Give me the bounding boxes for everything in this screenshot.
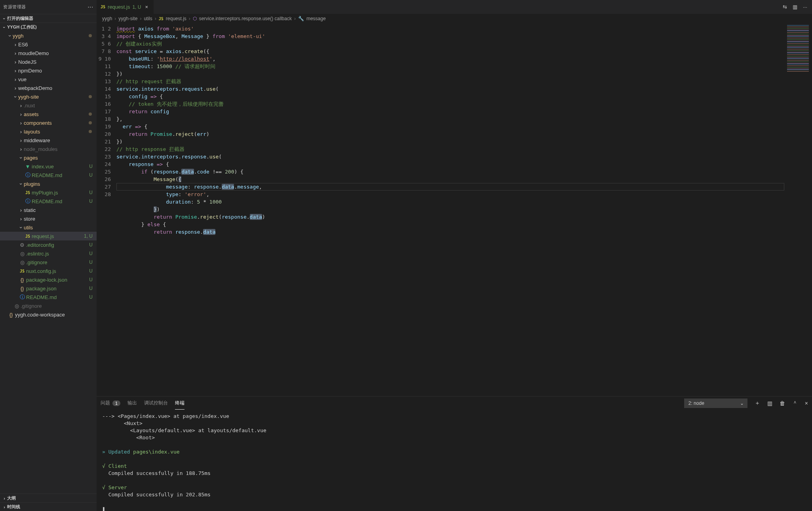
terminal-body[interactable]: ---> <Pages/index.vue> at pages/index.vu… bbox=[97, 410, 812, 511]
js-icon: JS bbox=[159, 17, 164, 21]
folder-components[interactable]: components bbox=[0, 118, 97, 127]
tab-problems[interactable]: 问题1 bbox=[101, 397, 120, 410]
explorer-sidebar: 资源管理器 ··· 打开的编辑器 YYGH (工作区) yygh ES6 mou… bbox=[0, 0, 97, 511]
folder-nuxt[interactable]: .nuxt bbox=[0, 101, 97, 110]
folder-middleware[interactable]: middleware bbox=[0, 136, 97, 145]
code-editor[interactable]: 1 2 3 4 5 6 7 8 9 10 11 12 13 14 15 16 1… bbox=[97, 23, 812, 396]
folder-yygh[interactable]: yygh bbox=[0, 31, 97, 40]
sidebar-title: 资源管理器 bbox=[3, 4, 26, 10]
maximize-panel-icon[interactable]: ＾ bbox=[792, 400, 798, 407]
info-icon: ⓘ bbox=[24, 172, 32, 179]
chevron-right-icon bbox=[2, 505, 7, 509]
file-eslintrc[interactable]: ◎.eslintrc.jsU bbox=[0, 249, 97, 258]
file-index-vue[interactable]: ▼index.vueU bbox=[0, 162, 97, 171]
git-status: U bbox=[82, 268, 93, 274]
js-icon: JS bbox=[24, 234, 32, 238]
code-content[interactable]: import axios from 'axios' import { Messa… bbox=[116, 23, 784, 396]
chevron-right-icon bbox=[18, 207, 24, 213]
folder-npmDemo[interactable]: npmDemo bbox=[0, 66, 97, 75]
timeline-section[interactable]: 时间线 bbox=[0, 502, 97, 511]
git-status: U bbox=[82, 190, 93, 195]
chevron-right-icon bbox=[13, 50, 18, 56]
file-editorconfig[interactable]: ⚙.editorconfigU bbox=[0, 240, 97, 249]
info-icon: ⓘ bbox=[24, 198, 32, 205]
folder-moudleDemo[interactable]: moudleDemo bbox=[0, 49, 97, 57]
git-status: U bbox=[82, 172, 93, 178]
file-workspace[interactable]: {}yygh.code-workspace bbox=[0, 310, 97, 319]
status-dot-icon bbox=[89, 112, 92, 116]
outline-section[interactable]: 大纲 bbox=[0, 494, 97, 502]
chevron-right-icon bbox=[2, 496, 7, 501]
crumb-utils[interactable]: utils bbox=[144, 16, 152, 21]
tab-output[interactable]: 输出 bbox=[127, 397, 137, 410]
file-myplugin-js[interactable]: JSmyPlugin.jsU bbox=[0, 188, 97, 197]
folder-pages[interactable]: pages bbox=[0, 153, 97, 162]
config-icon: ⚙ bbox=[18, 242, 26, 248]
file-readme-plugins[interactable]: ⓘREADME.mdU bbox=[0, 197, 97, 206]
file-readme-root[interactable]: ⓘREADME.mdU bbox=[0, 293, 97, 301]
kill-terminal-icon[interactable]: 🗑 bbox=[780, 400, 785, 406]
file-package-lock[interactable]: {}package-lock.jsonU bbox=[0, 275, 97, 284]
sidebar-header: 资源管理器 ··· bbox=[0, 0, 97, 14]
folder-yygh-site[interactable]: yygh-site bbox=[0, 92, 97, 101]
sidebar-more-icon[interactable]: ··· bbox=[87, 4, 93, 11]
close-tab-icon[interactable]: × bbox=[143, 4, 150, 10]
folder-plugins[interactable]: plugins bbox=[0, 179, 97, 188]
tab-label: request.js bbox=[108, 4, 130, 10]
file-tree: yygh ES6 moudleDemo NodeJS npmDemo vue w… bbox=[0, 31, 97, 494]
file-request-js[interactable]: JSrequest.js1, U bbox=[0, 232, 97, 240]
open-editors-label: 打开的编辑器 bbox=[7, 15, 33, 21]
folder-utils[interactable]: utils bbox=[0, 223, 97, 232]
tab-git-suffix: 1, U bbox=[132, 4, 141, 10]
js-icon: JS bbox=[24, 191, 32, 195]
tab-request-js[interactable]: JS request.js 1, U × bbox=[97, 0, 154, 14]
chevron-right-icon bbox=[18, 111, 24, 117]
more-actions-icon[interactable]: ··· bbox=[803, 4, 807, 10]
file-readme-pages[interactable]: ⓘREADME.mdU bbox=[0, 171, 97, 179]
chevron-right-icon bbox=[13, 85, 18, 91]
new-terminal-icon[interactable]: ＋ bbox=[755, 400, 760, 407]
crumb-callback[interactable]: service.interceptors.response.use() call… bbox=[199, 16, 292, 21]
open-editors-section[interactable]: 打开的编辑器 bbox=[0, 14, 97, 23]
config-icon: ◎ bbox=[18, 251, 26, 257]
git-status: U bbox=[82, 198, 93, 204]
folder-node-modules[interactable]: node_modules bbox=[0, 145, 97, 153]
close-panel-icon[interactable]: × bbox=[805, 400, 808, 406]
braces-icon: {} bbox=[7, 312, 15, 318]
folder-layouts[interactable]: layouts bbox=[0, 127, 97, 136]
folder-ES6[interactable]: ES6 bbox=[0, 40, 97, 49]
tab-terminal[interactable]: 终端 bbox=[175, 397, 184, 410]
workspace-section[interactable]: YYGH (工作区) bbox=[0, 23, 97, 31]
tab-debug-console[interactable]: 调试控制台 bbox=[144, 397, 168, 410]
chevron-down-icon bbox=[18, 155, 24, 161]
compare-changes-icon[interactable]: ⇆ bbox=[783, 4, 787, 10]
minimap[interactable] bbox=[784, 23, 812, 396]
folder-assets[interactable]: assets bbox=[0, 110, 97, 118]
crumb-site[interactable]: yygh-site bbox=[118, 16, 137, 21]
split-terminal-icon[interactable]: ▥ bbox=[767, 400, 772, 406]
folder-static[interactable]: static bbox=[0, 206, 97, 214]
problems-badge: 1 bbox=[112, 400, 120, 406]
split-editor-icon[interactable]: ▥ bbox=[793, 4, 797, 10]
chevron-down-icon: ⌄ bbox=[740, 400, 744, 406]
breadcrumb[interactable]: yygh› yygh-site› utils› JS request.js› ⬡… bbox=[97, 14, 812, 23]
git-status: U bbox=[82, 251, 93, 256]
file-gitignore[interactable]: ◎.gitignoreU bbox=[0, 258, 97, 267]
method-icon: ⬡ bbox=[193, 16, 197, 21]
file-package-json[interactable]: {}package.jsonU bbox=[0, 284, 97, 293]
crumb-file[interactable]: request.js bbox=[166, 16, 186, 21]
terminal-select[interactable]: 2: node⌄ bbox=[684, 399, 747, 408]
editor-toolbar: ⇆ ▥ ··· bbox=[778, 4, 812, 10]
crumb-yygh[interactable]: yygh bbox=[102, 16, 112, 21]
file-gitignore-root[interactable]: ◎.gitignore bbox=[0, 301, 97, 310]
folder-NodeJS[interactable]: NodeJS bbox=[0, 57, 97, 66]
crumb-message[interactable]: message bbox=[306, 16, 326, 21]
braces-icon: {} bbox=[18, 277, 26, 283]
folder-vue[interactable]: vue bbox=[0, 75, 97, 84]
folder-store[interactable]: store bbox=[0, 214, 97, 223]
js-icon: JS bbox=[101, 5, 105, 9]
wrench-icon: 🔧 bbox=[298, 16, 304, 21]
file-nuxt-config[interactable]: JSnuxt.config.jsU bbox=[0, 267, 97, 275]
status-dot-icon bbox=[89, 34, 92, 37]
folder-webpackDemo[interactable]: webpackDemo bbox=[0, 84, 97, 92]
